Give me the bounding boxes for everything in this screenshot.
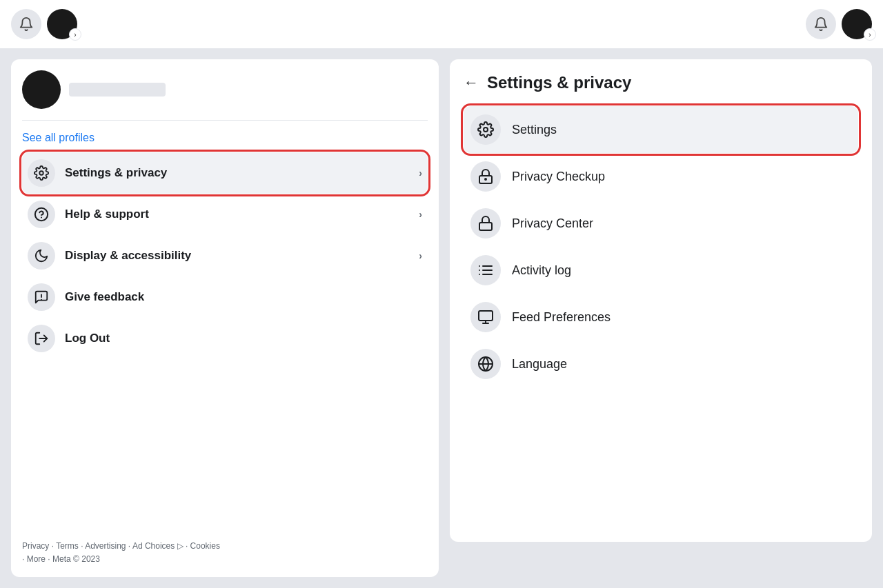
language-label: Language (512, 357, 567, 372)
right-panel: ← Settings & privacy Settings P (450, 59, 872, 542)
footer-cookies-link[interactable]: Cookies (190, 541, 220, 551)
panel-title: Settings & privacy (487, 73, 631, 92)
lock-check-icon (477, 168, 494, 185)
chevron-right-icon-display: › (419, 250, 422, 261)
chevron-down-icon-right: › (864, 28, 876, 41)
chevron-right-icon-help: › (419, 209, 422, 220)
menu-item-log-out[interactable]: Log Out (22, 318, 428, 359)
svg-point-6 (484, 128, 488, 132)
question-icon (34, 207, 49, 222)
help-support-label: Help & support (65, 207, 409, 221)
footer-links: Privacy · Terms · Advertising · Ad Choic… (22, 529, 428, 566)
user-avatar-left[interactable]: › (47, 9, 77, 39)
settings-icon-wrap (470, 114, 501, 145)
give-feedback-label: Give feedback (65, 290, 422, 304)
profile-name-placeholder (69, 83, 166, 97)
right-menu-item-privacy-checkup[interactable]: Privacy Checkup (464, 153, 858, 200)
left-panel: See all profiles Settings & privacy › (11, 59, 439, 577)
svg-rect-9 (479, 223, 492, 230)
logout-icon-wrap (28, 325, 55, 352)
feedback-icon-wrap (28, 283, 55, 311)
settings-privacy-label: Settings & privacy (65, 166, 409, 180)
footer-privacy-link[interactable]: Privacy (22, 541, 49, 551)
menu-item-give-feedback[interactable]: Give feedback (22, 276, 428, 318)
globe-icon (477, 356, 494, 372)
footer-ad-choices-link[interactable]: Ad Choices ▷ (132, 541, 183, 551)
menu-item-help-support[interactable]: Help & support › (22, 194, 428, 235)
feed-preferences-label: Feed Preferences (512, 310, 611, 325)
right-menu-item-language[interactable]: Language (464, 341, 858, 387)
gear-icon-left (34, 165, 49, 181)
display-icon-wrap (28, 242, 55, 270)
settings-privacy-icon-wrap (28, 159, 55, 187)
svg-rect-16 (479, 311, 493, 321)
privacy-center-icon-wrap (470, 208, 501, 239)
notification-bell-right[interactable] (806, 9, 836, 39)
top-bar-left: › (11, 9, 77, 39)
feedback-icon (34, 290, 49, 305)
settings-label: Settings (512, 123, 557, 137)
notification-bell-left[interactable] (11, 9, 41, 39)
top-bar-right: › (806, 9, 872, 39)
activity-log-label: Activity log (512, 263, 571, 278)
svg-point-8 (485, 179, 486, 180)
privacy-center-label: Privacy Center (512, 216, 593, 231)
privacy-checkup-label: Privacy Checkup (512, 170, 605, 184)
display-accessibility-label: Display & accessibility (65, 249, 409, 263)
log-out-label: Log Out (65, 332, 422, 345)
gear-icon-right (477, 121, 494, 138)
svg-point-0 (39, 171, 43, 175)
moon-icon (34, 248, 49, 263)
footer-meta-copyright: Meta © 2023 (52, 554, 100, 564)
language-icon-wrap (470, 349, 501, 379)
profile-avatar (22, 70, 61, 109)
help-icon-wrap (28, 201, 55, 228)
menu-item-settings-privacy[interactable]: Settings & privacy › (22, 152, 428, 194)
feed-icon (477, 309, 494, 325)
bell-icon-left (19, 17, 34, 32)
chevron-down-icon-left: › (69, 28, 81, 41)
menu-item-display-accessibility[interactable]: Display & accessibility › (22, 235, 428, 276)
privacy-checkup-icon-wrap (470, 161, 501, 192)
profile-section (22, 70, 428, 121)
bell-icon-right (813, 17, 829, 32)
see-all-profiles-link[interactable]: See all profiles (22, 126, 428, 152)
top-bar: › › (0, 0, 883, 48)
right-menu-item-privacy-center[interactable]: Privacy Center (464, 200, 858, 247)
back-arrow-button[interactable]: ← (464, 74, 479, 92)
lock-icon (477, 215, 494, 232)
right-menu-item-feed-preferences[interactable]: Feed Preferences (464, 294, 858, 341)
panel-header: ← Settings & privacy (464, 73, 858, 92)
activity-log-icon-wrap (470, 255, 501, 285)
right-menu-item-activity-log[interactable]: Activity log (464, 247, 858, 294)
footer-advertising-link[interactable]: Advertising (85, 541, 126, 551)
logout-icon (34, 331, 49, 346)
list-icon (477, 262, 494, 278)
right-menu-item-settings[interactable]: Settings (464, 106, 858, 153)
footer-terms-link[interactable]: Terms (56, 541, 79, 551)
chevron-right-icon-settings: › (419, 168, 422, 179)
footer-more-link[interactable]: More (27, 554, 46, 564)
feed-preferences-icon-wrap (470, 302, 501, 332)
content-area: See all profiles Settings & privacy › (0, 48, 883, 588)
user-avatar-right[interactable]: › (842, 9, 872, 39)
